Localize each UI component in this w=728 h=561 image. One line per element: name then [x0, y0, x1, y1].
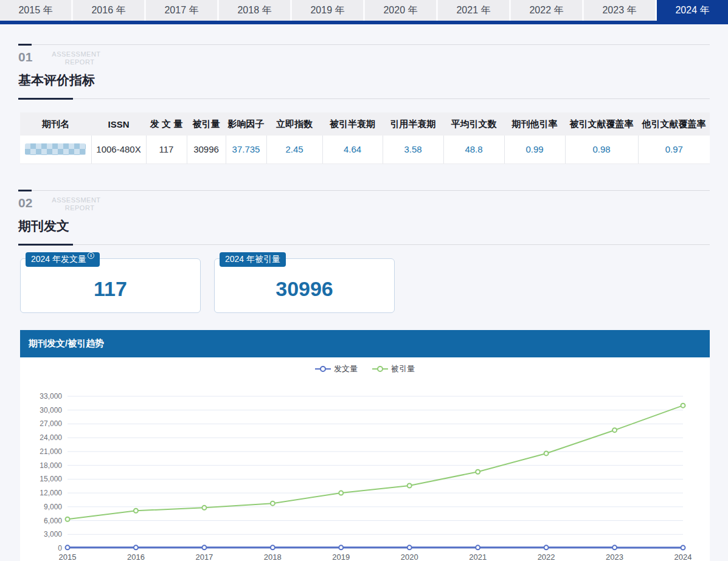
col-journal-name: 期刊名	[20, 112, 91, 136]
svg-text:2015: 2015	[59, 552, 77, 561]
svg-text:2024: 2024	[674, 552, 692, 561]
assessment-report-watermark: ASSESSMENT REPORT	[52, 196, 94, 212]
metrics-table: 期刊名 ISSN 发 文 量 被引量 影响因子 立即指数 被引半衰期 引用半衰期…	[20, 112, 710, 164]
tab-2017[interactable]: 2017 年	[146, 0, 217, 21]
underline-dark-segment	[18, 244, 73, 246]
cell-impact-factor: 37.735	[226, 136, 266, 163]
svg-text:3,000: 3,000	[44, 530, 62, 539]
cited-count-badge: 2024 年被引量	[220, 252, 286, 267]
year-tabbar: 2015 年 2016 年 2017 年 2018 年 2019 年 2020 …	[0, 0, 728, 21]
cell-cited-count: 30996	[187, 136, 226, 163]
journal-name-redacted	[25, 143, 86, 155]
tab-2016[interactable]: 2016 年	[73, 0, 144, 21]
cell-immediacy-index: 2.45	[266, 136, 322, 163]
section-title: 基本评价指标	[18, 72, 710, 89]
table-row: 1006-480X 117 30996 37.735 2.45 4.64 3.5…	[20, 136, 710, 163]
info-icon[interactable]: i	[88, 252, 94, 259]
topline-dash	[18, 190, 32, 191]
col-avg-citations: 平均引文数	[443, 112, 504, 136]
chart-panel-title: 期刊发文/被引趋势	[20, 330, 710, 357]
pub-count-badge: 2024 年发文量 i	[26, 252, 100, 267]
section-topline	[18, 44, 710, 46]
svg-text:6,000: 6,000	[44, 517, 62, 525]
col-cited-doc-coverage: 被引文献覆盖率	[565, 112, 638, 136]
pub-count-value: 117	[21, 277, 200, 301]
section-underline	[18, 244, 710, 246]
col-impact-factor: 影响因子	[226, 112, 266, 136]
legend-item-pub-count[interactable]: 发文量	[315, 363, 358, 374]
svg-text:2018: 2018	[264, 552, 282, 561]
col-citing-half-life: 引用半衰期	[383, 112, 443, 136]
cell-citing-half-life: 3.58	[383, 136, 443, 163]
svg-text:33,000: 33,000	[40, 392, 62, 401]
section-underline	[18, 98, 710, 100]
col-issn: ISSN	[91, 112, 146, 136]
section-topline	[18, 190, 710, 191]
tab-2019[interactable]: 2019 年	[292, 0, 363, 21]
svg-text:15,000: 15,000	[40, 475, 62, 483]
svg-text:2017: 2017	[195, 552, 213, 561]
legend-item-cited-count[interactable]: 被引量	[372, 363, 415, 374]
cited-count-value: 30996	[215, 277, 394, 301]
svg-text:2021: 2021	[469, 552, 487, 561]
trend-chart-panel: 期刊发文/被引趋势 发文量 被引量 03,0006,0009,00012,000…	[20, 330, 710, 561]
svg-text:0: 0	[58, 544, 62, 552]
underline-rule	[73, 244, 710, 245]
tab-2015[interactable]: 2015 年	[0, 0, 71, 21]
cell-journal-name	[20, 136, 91, 163]
svg-text:2016: 2016	[127, 552, 145, 561]
svg-text:2019: 2019	[332, 552, 350, 561]
table-header-row: 期刊名 ISSN 发 文 量 被引量 影响因子 立即指数 被引半衰期 引用半衰期…	[20, 112, 710, 136]
tab-2023[interactable]: 2023 年	[584, 0, 655, 21]
svg-text:27,000: 27,000	[40, 419, 62, 428]
svg-text:24,000: 24,000	[40, 433, 62, 442]
cell-cited-half-life: 4.64	[322, 136, 383, 163]
section-02-header: 02 ASSESSMENT REPORT 期刊发文	[18, 190, 710, 246]
cited-count-card: 2024 年被引量 30996	[214, 258, 395, 313]
topline-dash	[18, 44, 32, 46]
col-immediacy-index: 立即指数	[266, 112, 322, 136]
svg-text:2020: 2020	[401, 552, 418, 561]
svg-text:18,000: 18,000	[40, 461, 62, 470]
svg-text:30,000: 30,000	[40, 406, 62, 415]
col-pub-count: 发 文 量	[146, 112, 187, 136]
cell-pub-count: 117	[146, 136, 187, 163]
section-title: 期刊发文	[18, 218, 710, 235]
svg-text:9,000: 9,000	[44, 503, 62, 511]
tab-2021[interactable]: 2021 年	[438, 0, 509, 21]
cell-avg-citations: 48.8	[443, 136, 504, 163]
chart-legend: 发文量 被引量	[20, 357, 710, 376]
stat-cards: 2024 年发文量 i 117 2024 年被引量 30996	[20, 258, 395, 313]
underline-rule	[73, 98, 710, 99]
topline-rule	[32, 44, 710, 45]
col-other-cited-doc-coverage: 他引文献覆盖率	[638, 112, 710, 136]
assessment-report-watermark: ASSESSMENT REPORT	[52, 50, 94, 66]
svg-text:12,000: 12,000	[40, 489, 62, 497]
svg-text:2022: 2022	[538, 552, 555, 561]
cell-issn: 1006-480X	[91, 136, 146, 163]
svg-text:21,000: 21,000	[40, 447, 62, 456]
section-01-header: 01 ASSESSMENT REPORT 基本评价指标	[18, 44, 710, 100]
line-circle-marker-icon	[315, 366, 331, 372]
line-circle-marker-icon	[372, 366, 388, 372]
col-cited-half-life: 被引半衰期	[322, 112, 383, 136]
tab-2018[interactable]: 2018 年	[219, 0, 290, 21]
trend-line-chart[interactable]: 03,0006,0009,00012,00015,00018,00021,000…	[20, 376, 710, 561]
svg-text:2023: 2023	[606, 552, 623, 561]
tab-2022[interactable]: 2022 年	[511, 0, 582, 21]
pub-count-card: 2024 年发文量 i 117	[20, 258, 201, 313]
underline-dark-segment	[18, 98, 73, 100]
cell-other-citation-rate: 0.99	[504, 136, 565, 163]
tab-2020[interactable]: 2020 年	[365, 0, 436, 21]
tabbar-accent-strip	[0, 21, 728, 24]
section-number: 02	[18, 196, 32, 210]
section-number: 01	[18, 50, 32, 64]
cell-cited-doc-coverage: 0.98	[565, 136, 638, 163]
tab-2024[interactable]: 2024 年	[657, 0, 728, 21]
cell-other-cited-doc-coverage: 0.97	[638, 136, 710, 163]
col-other-citation-rate: 期刊他引率	[504, 112, 565, 136]
topline-rule	[32, 190, 710, 191]
col-cited-count: 被引量	[187, 112, 226, 136]
